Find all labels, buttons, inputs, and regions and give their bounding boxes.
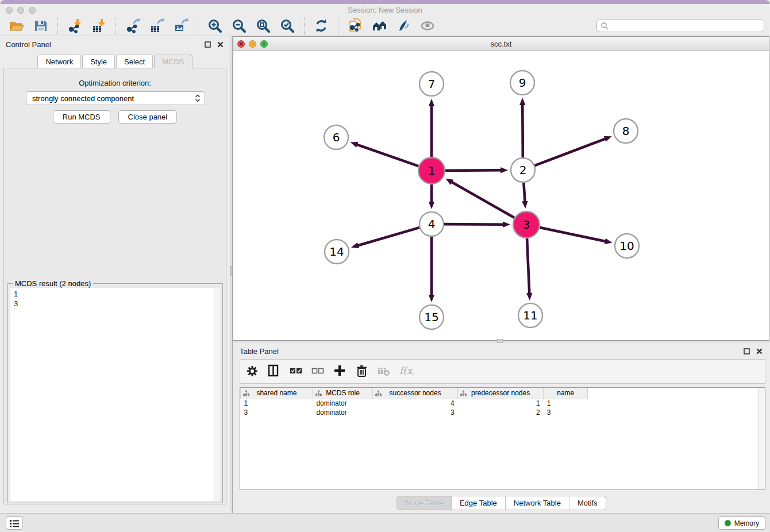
node-label-2: 2	[519, 163, 527, 177]
network-maximize-button[interactable]: +	[260, 40, 268, 48]
toolbar-separator	[198, 17, 198, 35]
network-graph: 1234678910111415	[233, 51, 769, 340]
edge-arrowhead	[526, 293, 532, 300]
column-header-MCDS-role[interactable]: MCDS role	[313, 388, 372, 399]
column-visibility-icon[interactable]	[268, 365, 283, 379]
tab-select[interactable]: Select	[116, 55, 153, 68]
column-header-name[interactable]: name	[544, 388, 588, 399]
edge-arrowhead	[604, 136, 612, 142]
close-panel-button[interactable]: Close panel	[118, 110, 178, 124]
network-minimize-button[interactable]: −	[249, 40, 256, 48]
close-panel-icon[interactable]	[755, 347, 763, 355]
cell-shared-name[interactable]: 3	[241, 408, 313, 417]
edge-arrowhead	[429, 295, 434, 302]
float-panel-icon[interactable]	[203, 40, 211, 48]
graph-edge-2-3[interactable]	[523, 183, 525, 203]
tab-style[interactable]: Style	[82, 55, 115, 68]
search-icon	[600, 22, 609, 30]
deselect-all-icon[interactable]	[311, 365, 326, 379]
zoom-out-icon[interactable]	[230, 18, 248, 34]
save-session-icon[interactable]	[32, 18, 49, 34]
hierarchy-icon	[315, 390, 322, 396]
tab-network[interactable]: Network	[37, 55, 81, 68]
edge-arrowhead	[429, 202, 434, 209]
zoom-selected-icon[interactable]	[279, 18, 296, 34]
network-close-button[interactable]: ✕	[237, 40, 245, 48]
column-header-predecessor-nodes[interactable]: predecessor nodes	[458, 388, 544, 399]
cell-predecessor-nodes[interactable]: 1	[458, 399, 544, 408]
mcds-result-text: 1 3	[10, 288, 220, 310]
node-table: shared nameMCDS rolesuccessor nodesprede…	[240, 387, 765, 490]
search-input[interactable]	[609, 20, 764, 32]
column-header-successor-nodes[interactable]: successor nodes	[373, 388, 458, 399]
new-network-icon[interactable]	[346, 18, 364, 34]
titlebar[interactable]: Session: New Session	[0, 4, 770, 16]
zoom-fit-icon[interactable]	[255, 18, 272, 34]
node-label-6: 6	[333, 130, 340, 144]
splitter-grip[interactable]	[230, 266, 232, 276]
float-panel-icon[interactable]	[742, 347, 750, 355]
delete-table-icon	[377, 365, 392, 379]
cell-successor-nodes[interactable]: 4	[373, 399, 458, 408]
edge-arrowhead	[522, 201, 528, 209]
export-image-icon[interactable]	[172, 18, 190, 34]
result-scrollbar[interactable]	[214, 288, 220, 501]
memory-button[interactable]: Memory	[718, 516, 765, 530]
settings-gear-icon[interactable]	[246, 365, 261, 379]
import-network-icon[interactable]	[66, 18, 83, 34]
svg-text:f(x): f(x)	[399, 365, 414, 376]
criterion-select[interactable]: strongly connected component	[26, 91, 205, 105]
zoom-in-icon[interactable]	[206, 18, 224, 34]
style-icon[interactable]	[395, 18, 412, 34]
graph-edge-2-9[interactable]	[522, 103, 523, 157]
close-panel-icon[interactable]	[216, 40, 224, 48]
graph-edge-3-1[interactable]	[451, 182, 514, 218]
tab-mcds[interactable]: MCDS	[154, 55, 192, 68]
tab-edge-table[interactable]: Edge Table	[452, 496, 506, 510]
cell-successor-nodes[interactable]: 3	[373, 408, 458, 417]
graph-edge-1-6[interactable]	[356, 144, 418, 166]
graph-edge-2-8[interactable]	[535, 138, 607, 165]
table-row[interactable]: 3dominator323	[241, 408, 765, 417]
cell-predecessor-nodes[interactable]: 2	[458, 408, 544, 417]
search-box[interactable]	[596, 19, 764, 32]
task-history-button[interactable]	[6, 516, 23, 530]
edge-arrowhead	[351, 242, 359, 248]
cell-shared-name[interactable]: 1	[241, 399, 313, 408]
column-header-shared-name[interactable]: shared name	[241, 388, 313, 399]
refresh-layout-icon[interactable]	[313, 18, 330, 34]
graph-edge-3-11[interactable]	[527, 238, 529, 295]
splitter-grip[interactable]	[497, 339, 503, 343]
node-label-1: 1	[428, 164, 436, 178]
export-table-icon[interactable]	[148, 18, 165, 34]
home-icon[interactable]	[371, 18, 388, 34]
node-label-11: 11	[523, 309, 537, 322]
cell-name[interactable]: 1	[544, 399, 588, 408]
select-all-icon[interactable]	[290, 365, 305, 379]
graph-edge-4-3[interactable]	[444, 224, 505, 225]
tab-network-table[interactable]: Network Table	[506, 496, 569, 510]
graph-edge-3-10[interactable]	[540, 228, 606, 242]
run-mcds-button[interactable]: Run MCDS	[53, 110, 110, 124]
open-file-icon[interactable]	[8, 18, 25, 34]
table-row[interactable]: 1dominator411	[241, 399, 765, 408]
toolbar-separator	[116, 17, 116, 35]
node-label-7: 7	[428, 77, 436, 91]
import-table-icon[interactable]	[90, 18, 107, 34]
mcds-result-textarea[interactable]: 1 3	[10, 288, 220, 501]
edge-arrowhead	[500, 167, 508, 173]
delete-column-icon[interactable]	[355, 365, 370, 379]
add-column-icon[interactable]	[333, 365, 348, 379]
network-window-titlebar[interactable]: ✕ − + scc.txt	[233, 37, 769, 51]
network-canvas[interactable]: 1234678910111415	[233, 51, 769, 340]
cell-MCDS-role[interactable]: dominator	[313, 399, 372, 408]
table-scrollbar[interactable]	[758, 388, 765, 489]
graph-edge-4-14[interactable]	[357, 228, 419, 246]
tab-motifs[interactable]: Motifs	[569, 496, 606, 510]
graph-edge-1-2[interactable]	[445, 170, 502, 171]
cell-name[interactable]: 3	[544, 408, 588, 417]
export-network-icon[interactable]	[124, 18, 141, 34]
tab-node-table[interactable]: Node Table	[396, 496, 452, 510]
header-filler	[588, 388, 765, 399]
cell-MCDS-role[interactable]: dominator	[313, 408, 372, 417]
